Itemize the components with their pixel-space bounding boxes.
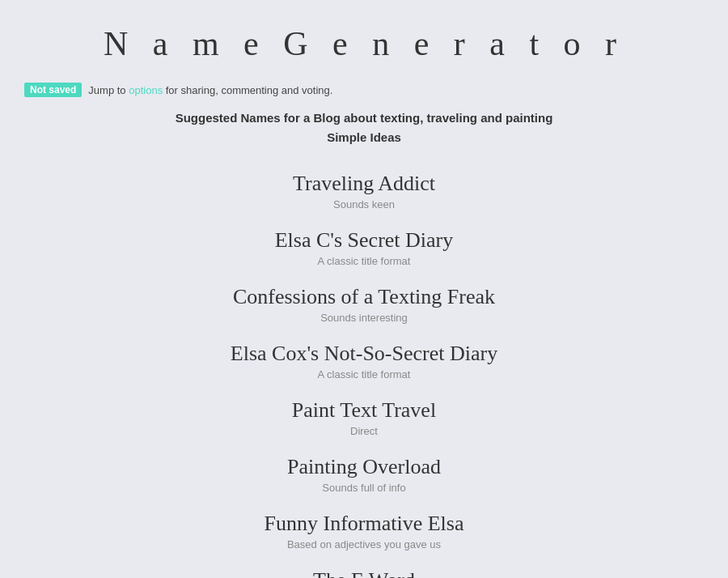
name-item: Elsa C's Secret DiaryA classic title for…	[275, 228, 454, 267]
name-item: Paint Text TravelDirect	[292, 398, 436, 437]
name-title: Painting Overload	[287, 455, 441, 479]
name-title: Confessions of a Texting Freak	[233, 285, 495, 309]
name-item: Painting OverloadSounds full of info	[287, 455, 441, 494]
name-subtitle: Sounds full of info	[287, 482, 441, 494]
name-title: Traveling Addict	[293, 172, 435, 196]
name-item: Funny Informative ElsaBased on adjective…	[265, 512, 464, 550]
name-subtitle: Based on adjectives you gave us	[265, 538, 464, 550]
name-item: Elsa Cox's Not-So-Secret DiaryA classic …	[231, 342, 497, 380]
status-bar: Not saved Jump to options for sharing, c…	[16, 83, 712, 97]
name-title: Funny Informative Elsa	[265, 512, 464, 536]
suggested-heading-line1: Suggested Names for a Blog about texting…	[16, 108, 712, 128]
name-subtitle: Sounds interesting	[233, 312, 495, 324]
names-list: Traveling AddictSounds keenElsa C's Secr…	[16, 172, 712, 578]
name-item: Confessions of a Texting FreakSounds int…	[233, 285, 495, 324]
name-subtitle: Direct	[292, 425, 436, 437]
name-subtitle: A classic title format	[275, 255, 454, 267]
page-title: N a m e G e n e r a t o r	[16, 24, 712, 63]
suggested-heading-line2: Simple Ideas	[16, 128, 712, 147]
options-link[interactable]: options	[129, 84, 163, 96]
not-saved-badge: Not saved	[24, 83, 82, 97]
name-title: Elsa C's Secret Diary	[275, 228, 454, 253]
name-subtitle: Sounds keen	[293, 198, 435, 210]
suggested-heading: Suggested Names for a Blog about texting…	[16, 108, 712, 147]
name-subtitle: A classic title format	[231, 368, 497, 380]
name-title: The E Word	[307, 568, 421, 578]
name-title: Elsa Cox's Not-So-Secret Diary	[231, 342, 497, 366]
name-item: Traveling AddictSounds keen	[293, 172, 435, 210]
status-text: Jump to options for sharing, commenting …	[88, 84, 332, 96]
page-container: N a m e G e n e r a t o r Not saved Jump…	[0, 0, 728, 578]
name-title: Paint Text Travel	[292, 398, 436, 423]
name-item: The E WordBased on your first initial	[307, 568, 421, 578]
